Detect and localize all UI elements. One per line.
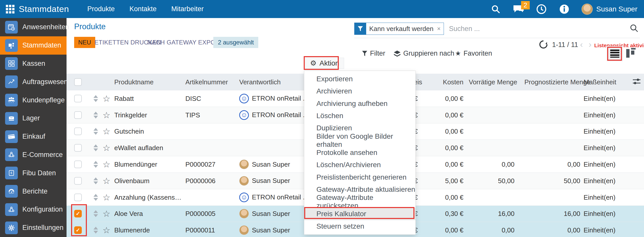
page-title: Produkte <box>74 22 106 31</box>
row-checkbox[interactable] <box>74 144 82 152</box>
app-window: Stammdaten Produkte Kontakte Mitarbeiter… <box>0 0 644 237</box>
row-checkbox[interactable] <box>74 95 82 102</box>
kanban-view-button[interactable] <box>626 48 637 59</box>
favorite-star-icon[interactable]: ☆ <box>103 111 110 119</box>
drag-handle[interactable] <box>93 194 98 201</box>
action-menu-item-steuern-setzen[interactable]: Steuern setzen <box>304 220 415 232</box>
favorite-star-icon[interactable]: ☆ <box>103 177 110 185</box>
cell-kosten: 5,00 € <box>413 177 463 185</box>
sidebar-item-e-commerce[interactable]: E-Commerce <box>0 146 67 164</box>
star-icon: ★ <box>455 50 461 57</box>
sidebar-item-einkauf[interactable]: Einkauf <box>0 128 67 146</box>
search-icon[interactable] <box>490 4 501 15</box>
sidebar-item-kundenpflege[interactable]: Kundenpflege <box>0 91 67 109</box>
drag-handle[interactable] <box>93 95 98 102</box>
row-checkbox[interactable] <box>74 111 82 119</box>
topbar-menu-mitarbeiter[interactable]: Mitarbeiter <box>171 5 204 13</box>
cell-kosten: 0,00 € <box>413 193 463 201</box>
favorite-star-icon[interactable]: ☆ <box>103 127 110 136</box>
neu-button[interactable]: NEU <box>74 37 95 48</box>
action-menu-item-preislistenbericht-generieren[interactable]: Preislistenbericht generieren <box>304 171 415 183</box>
sidebar-item-konfiguration[interactable]: Konfiguration <box>0 200 67 219</box>
drag-handle[interactable] <box>93 128 98 135</box>
susan-avatar <box>239 209 249 218</box>
column-header-artikelnummer[interactable]: Artikelnummer <box>185 78 236 86</box>
sidebar-item-kassen[interactable]: Kassen <box>0 55 67 73</box>
favorite-star-icon[interactable]: ☆ <box>103 94 110 103</box>
row-checkbox[interactable]: ✓ <box>74 210 82 217</box>
gear-icon <box>5 222 18 234</box>
action-menu-item-löschen[interactable]: Löschen <box>304 110 415 122</box>
favorite-star-icon[interactable]: ☆ <box>103 226 110 234</box>
sidebar-item-fibu-daten[interactable]: € Fibu Daten <box>0 164 67 182</box>
action-menu-item-gateway-attribute-zurücksetzen[interactable]: Gateway-Attribute zurücksetzen <box>304 196 415 208</box>
cell-prognostizierte-menge: 0,00 <box>524 161 580 168</box>
activities-clock-icon[interactable] <box>536 4 547 15</box>
refresh-icon[interactable] <box>539 40 548 50</box>
aktion-button[interactable]: ⚙ Aktion <box>305 58 344 69</box>
gear-icon: ⚙ <box>310 60 316 67</box>
row-checkbox[interactable] <box>74 128 82 135</box>
cell-produktname: Trinkgelder <box>114 111 182 119</box>
cell-kosten: 0,30 € <box>413 210 463 218</box>
credit-card-icon <box>5 130 18 143</box>
filter-chip-close-icon[interactable]: × <box>437 25 444 32</box>
cell-artikelnummer: P0000027 <box>185 161 236 168</box>
drag-handle[interactable] <box>93 210 98 217</box>
topbar-menu: Produkte Kontakte Mitarbeiter <box>87 5 204 13</box>
drag-handle[interactable] <box>93 177 98 184</box>
drag-handle[interactable] <box>93 145 98 151</box>
action-menu-item-bilder-von-google-bilder-erhalten[interactable]: Bilder von Google Bilder erhalten <box>304 134 415 146</box>
action-menu-item-archivieren[interactable]: Archivieren <box>304 85 415 97</box>
search-input[interactable] <box>448 25 630 33</box>
favorite-star-icon[interactable]: ☆ <box>103 193 110 202</box>
messages-icon[interactable]: 2 <box>513 4 524 15</box>
column-header-masseinheit[interactable]: Maßeinheit <box>584 78 632 86</box>
action-menu-item-exportieren[interactable]: Exportieren <box>304 73 415 85</box>
row-checkbox[interactable]: ✓ <box>74 226 82 234</box>
filter-button[interactable]: Filter <box>362 50 385 57</box>
row-checkbox[interactable] <box>74 161 82 168</box>
sidebar-item-einstellungen[interactable]: Einstellungen <box>0 219 67 237</box>
column-header-prognostizierte-menge[interactable]: Prognostizierte Menge <box>524 78 580 86</box>
sidebar-item-stammdaten[interactable]: Stammdaten <box>0 36 67 55</box>
cell-vorraetige-menge: 16,00 <box>469 210 514 218</box>
action-menu-item-archivierung-aufheben[interactable]: Archivierung aufheben <box>304 98 415 110</box>
search-magnifier-icon[interactable] <box>630 24 638 34</box>
action-menu-item-löschen-archivieren[interactable]: Löschen/Archivieren <box>304 159 415 171</box>
user-avatar <box>582 4 593 15</box>
user-menu[interactable]: Susan Super <box>582 4 637 15</box>
message-count-badge: 2 <box>521 1 530 9</box>
favorite-star-icon[interactable]: ☆ <box>103 144 110 152</box>
drag-handle[interactable] <box>93 227 98 234</box>
gauge-icon <box>5 185 18 198</box>
topbar-menu-kontakte[interactable]: Kontakte <box>130 5 157 13</box>
column-header-kosten[interactable]: Kosten <box>413 78 463 86</box>
info-icon[interactable] <box>559 4 570 15</box>
list-view-button[interactable] <box>607 46 623 61</box>
topbar-menu-produkte[interactable]: Produkte <box>87 5 115 13</box>
cell-masseinheit: Einheit(en) <box>584 144 632 152</box>
favorite-star-icon[interactable]: ☆ <box>103 160 110 169</box>
pager-next-icon[interactable]: › <box>589 39 591 49</box>
row-checkbox[interactable] <box>74 194 82 201</box>
apps-grid-icon[interactable] <box>5 4 15 14</box>
cell-artikelnummer: P0000005 <box>185 210 236 218</box>
favorite-star-icon[interactable]: ☆ <box>103 209 110 218</box>
column-header-produktname[interactable]: Produktname <box>114 78 182 86</box>
column-settings-icon[interactable] <box>632 78 641 86</box>
cell-produktname: Rabatt <box>114 94 182 102</box>
sidebar-item-auftragswesen[interactable]: Auftragswesen <box>0 73 67 91</box>
people-icon <box>5 94 18 106</box>
drag-handle[interactable] <box>93 161 98 168</box>
favorites-button[interactable]: ★ Favoriten <box>455 50 492 57</box>
sidebar-item-anwesenheiten[interactable]: Anwesenheiten <box>0 18 67 36</box>
row-checkbox[interactable] <box>74 177 82 185</box>
pager-prev-icon[interactable]: ‹ <box>580 39 583 49</box>
drag-handle[interactable] <box>93 112 98 118</box>
column-header-vorraetige-menge[interactable]: Vorrätige Menge <box>469 78 514 86</box>
group-by-button[interactable]: Gruppieren nach <box>394 50 454 57</box>
select-all-checkbox[interactable] <box>74 78 82 86</box>
sidebar-item-berichte[interactable]: Berichte <box>0 182 67 200</box>
sidebar-item-lager[interactable]: Lager <box>0 109 67 128</box>
